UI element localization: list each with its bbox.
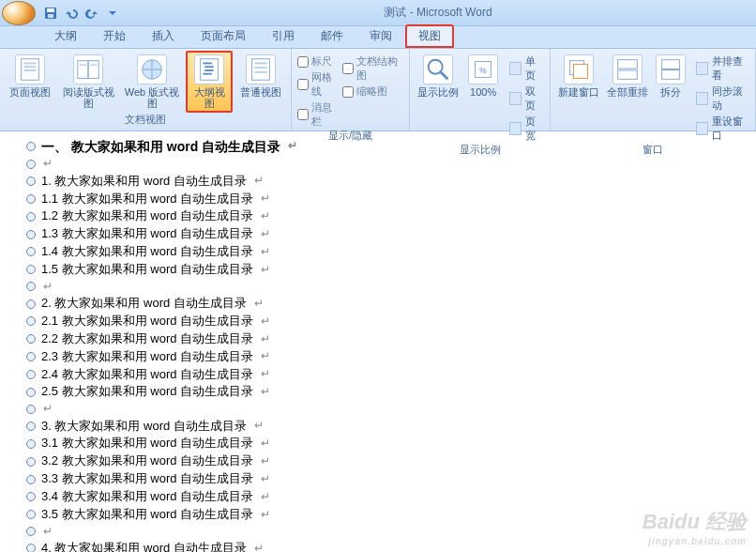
outline-bullet-icon — [26, 527, 36, 536]
outline-line[interactable]: 3.3 教大家如果和用 word 自动生成目录↵ — [26, 470, 756, 488]
outline-view-icon — [194, 54, 224, 84]
qat-dropdown-icon[interactable] — [105, 6, 120, 21]
outline-bullet-icon — [26, 176, 36, 186]
outline-bullet-icon — [26, 230, 36, 239]
side-by-side-button[interactable]: 并排查看 — [696, 54, 749, 83]
outline-line[interactable]: 1.2 教大家如果和用 word 自动生成目录↵ — [26, 207, 756, 225]
outline-line[interactable]: 2.2 教大家如果和用 word 自动生成目录↵ — [26, 330, 756, 348]
arrange-all-button[interactable]: 全部重排 — [605, 51, 650, 98]
paragraph-mark-icon: ↵ — [254, 296, 264, 312]
outline-text: 2.1 教大家如果和用 word 自动生成目录 — [41, 313, 253, 330]
outline-line[interactable]: 3. 教大家如果和用 word 自动生成目录↵ — [26, 418, 756, 436]
outline-text: 3.3 教大家如果和用 word 自动生成目录 — [41, 470, 253, 488]
svg-rect-8 — [90, 64, 98, 65]
sync-scroll-button[interactable]: 同步滚动 — [696, 84, 749, 113]
tab-references[interactable]: 引用 — [259, 24, 308, 48]
quick-access-toolbar — [43, 6, 120, 21]
new-window-button[interactable]: 新建窗口 — [556, 51, 601, 98]
svg-rect-26 — [618, 70, 638, 79]
ribbon: 页面视图 阅读版式视图 Web 版式视图 大纲视图 普通视图 文档视图 — [0, 49, 756, 131]
outline-line[interactable]: 2.3 教大家如果和用 word 自动生成目录↵ — [26, 348, 756, 366]
ribbon-tabs: 大纲 开始 插入 页面布局 引用 邮件 审阅 视图 — [0, 26, 756, 49]
tab-page-layout[interactable]: 页面布局 — [188, 24, 259, 48]
outline-empty-line[interactable]: ↵ — [26, 401, 756, 417]
arrange-all-label: 全部重排 — [607, 86, 648, 98]
outline-line[interactable]: 1.4 教大家如果和用 word 自动生成目录↵ — [26, 243, 756, 261]
outline-line[interactable]: 2. 教大家如果和用 word 自动生成目录↵ — [26, 295, 756, 313]
reading-layout-button[interactable]: 阅读版式视图 — [58, 51, 118, 109]
hundred-percent-button[interactable]: % 100% — [464, 51, 503, 98]
svg-rect-15 — [252, 59, 270, 81]
outline-bullet-icon — [26, 492, 36, 501]
tab-view[interactable]: 视图 — [405, 24, 454, 48]
outline-line[interactable]: 1.3 教大家如果和用 word 自动生成目录↵ — [26, 225, 756, 243]
paragraph-mark-icon: ↵ — [43, 524, 53, 540]
outline-text: 2.2 教大家如果和用 word 自动生成目录 — [41, 330, 253, 348]
print-layout-button[interactable]: 页面视图 — [6, 51, 54, 98]
outline-line[interactable]: 3.5 教大家如果和用 word 自动生成目录↵ — [26, 506, 756, 524]
message-bar-checkbox[interactable]: 消息栏 — [297, 100, 339, 129]
split-button[interactable]: 拆分 — [654, 51, 688, 98]
print-layout-label: 页面视图 — [9, 86, 51, 98]
ruler-checkbox[interactable]: 标尺 — [297, 54, 339, 69]
group-show-hide: 标尺 网格线 消息栏 文档结构图 缩略图 显示/隐藏 — [292, 49, 410, 130]
outline-line[interactable]: 2.4 教大家如果和用 word 自动生成目录↵ — [26, 366, 756, 384]
reset-position-button[interactable]: 重设窗口 — [696, 115, 749, 143]
document-area[interactable]: 一、 教大家如果和用 word 自动生成目录 ↵ ↵ 1. 教大家如果和用 wo… — [0, 131, 756, 552]
web-layout-button[interactable]: Web 版式视图 — [122, 51, 182, 109]
tab-home[interactable]: 开始 — [90, 24, 139, 48]
tab-outline[interactable]: 大纲 — [41, 24, 90, 48]
outline-line[interactable]: 2.5 教大家如果和用 word 自动生成目录↵ — [26, 383, 756, 401]
outline-bullet-icon — [26, 388, 36, 397]
save-icon[interactable] — [43, 6, 58, 21]
page-width-button[interactable]: 页宽 — [509, 115, 544, 143]
svg-line-20 — [441, 72, 448, 80]
outline-empty-line[interactable]: ↵ — [26, 279, 756, 295]
outline-empty-line[interactable]: ↵ — [26, 524, 756, 540]
sync-scroll-icon — [696, 92, 708, 105]
page-width-icon — [509, 122, 522, 135]
paragraph-mark-icon: ↵ — [261, 453, 270, 469]
outline-view-label: 大纲视图 — [189, 86, 229, 109]
outline-line[interactable]: 3.1 教大家如果和用 word 自动生成目录↵ — [26, 435, 756, 452]
office-button[interactable] — [2, 1, 36, 25]
svg-rect-25 — [618, 60, 638, 69]
group-zoom-label: 显示比例 — [416, 143, 544, 159]
reading-layout-icon — [73, 54, 103, 84]
outline-line[interactable]: 1. 教大家如果和用 word 自动生成目录↵ — [26, 173, 756, 191]
outline-bullet-icon — [26, 265, 36, 274]
outline-view-button[interactable]: 大纲视图 — [186, 51, 233, 113]
outline-line[interactable]: 1.1 教大家如果和用 word 自动生成目录↵ — [26, 191, 756, 208]
paragraph-mark-icon: ↵ — [254, 173, 264, 189]
outline-line[interactable]: 1.5 教大家如果和用 word 自动生成目录↵ — [26, 261, 756, 279]
thumbnails-checkbox[interactable]: 缩略图 — [342, 84, 403, 99]
gridlines-checkbox[interactable]: 网格线 — [297, 70, 339, 99]
two-pages-button[interactable]: 双页 — [509, 84, 544, 113]
svg-rect-1 — [47, 8, 54, 12]
outline-bullet-icon — [26, 316, 36, 326]
outline-bullet-icon — [26, 370, 36, 379]
paragraph-mark-icon: ↵ — [43, 156, 53, 172]
outline-text: 3.2 教大家如果和用 word 自动生成目录 — [41, 452, 253, 470]
svg-rect-4 — [23, 63, 36, 65]
outline-bullet-icon — [26, 160, 36, 169]
undo-icon[interactable] — [64, 6, 79, 21]
normal-view-button[interactable]: 普通视图 — [236, 51, 285, 98]
tab-insert[interactable]: 插入 — [139, 24, 188, 48]
outline-text: 2.5 教大家如果和用 word 自动生成目录 — [41, 383, 253, 401]
one-page-button[interactable]: 单页 — [509, 54, 544, 83]
tab-mailings[interactable]: 邮件 — [308, 24, 356, 48]
outline-bullet-icon — [26, 457, 36, 467]
paragraph-mark-icon: ↵ — [261, 314, 270, 330]
tab-review[interactable]: 审阅 — [356, 24, 405, 48]
outline-line[interactable]: 2.1 教大家如果和用 word 自动生成目录↵ — [26, 313, 756, 330]
outline-line[interactable]: 3.2 教大家如果和用 word 自动生成目录↵ — [26, 452, 756, 470]
one-page-icon — [509, 62, 522, 75]
split-icon — [656, 54, 686, 84]
normal-view-label: 普通视图 — [240, 86, 281, 98]
document-map-checkbox[interactable]: 文档结构图 — [342, 54, 403, 83]
zoom-button[interactable]: 显示比例 — [416, 51, 461, 98]
redo-icon[interactable] — [84, 6, 99, 21]
outline-line[interactable]: 4. 教大家如果和用 word 自动生成目录↵ — [26, 540, 756, 552]
outline-line[interactable]: 3.4 教大家如果和用 word 自动生成目录↵ — [26, 488, 756, 506]
